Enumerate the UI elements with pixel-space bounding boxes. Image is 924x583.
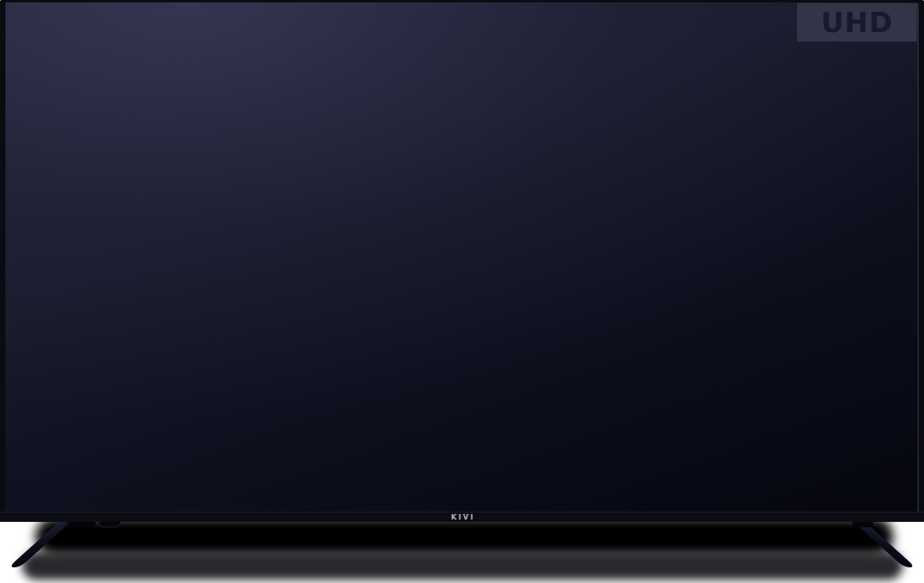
- uhd-badge: UHD: [797, 3, 917, 42]
- brand-logo: KIVI: [449, 514, 475, 521]
- tv-floor-shadow-penumbra: [22, 552, 903, 580]
- product-photo-stage: UHD KIVI: [0, 0, 924, 583]
- tv-screen: [5, 2, 918, 512]
- tv-floor-shadow-core: [35, 517, 893, 556]
- tv-right-bezel-highlight: [918, 3, 919, 512]
- tv-frame: UHD KIVI: [0, 0, 924, 522]
- tv-bottom-bezel: KIVI: [0, 512, 924, 522]
- uhd-badge-label: UHD: [821, 9, 893, 37]
